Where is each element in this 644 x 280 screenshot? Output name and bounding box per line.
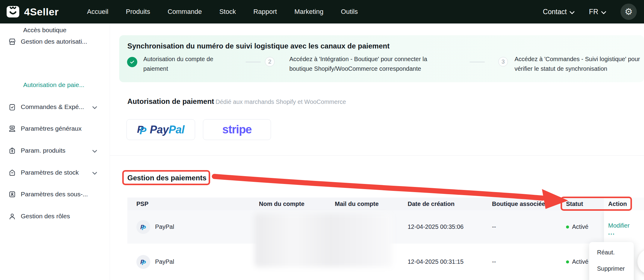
nav-item-commande[interactable]: Commande [168, 8, 202, 16]
chevron-down-icon [92, 169, 97, 176]
action-cell: Modifier ... [604, 210, 644, 244]
step-done-check-icon [127, 57, 137, 67]
step-connector [470, 62, 485, 62]
nav-item-outils[interactable]: Outils [341, 8, 358, 16]
nav-item-produits[interactable]: Produits [126, 8, 150, 16]
sidebar-item-parametres-generaux[interactable]: Paramètres généraux [0, 122, 110, 135]
col-psp: PSP [127, 201, 255, 207]
sidebar-item-parametres-sous-comptes[interactable]: Paramètres des sous-... [0, 188, 110, 201]
row-actions-menu: Réaut. Supprimer [589, 242, 634, 280]
step-connector [246, 62, 261, 62]
bag-upload-icon [8, 147, 16, 155]
psp-name: PayPal [155, 258, 174, 265]
sidebar-item-gestion-roles[interactable]: Gestion des rôles [0, 210, 110, 223]
step-2-text: Accédez à 'Intégration - Boutique' pour … [289, 54, 441, 73]
sidebar-item-parametres-stock[interactable]: Paramètres de stock [0, 166, 110, 179]
paypal-wordmark: PayPal [150, 123, 184, 136]
annotation-box-statut-action [561, 197, 632, 211]
nav-item-stock[interactable]: Stock [219, 8, 236, 16]
psp-cell: P P PayPal [127, 255, 255, 269]
step-3-number: 3 [498, 57, 508, 67]
chevron-down-icon [570, 8, 574, 16]
nav-item-marketing[interactable]: Marketing [294, 8, 324, 16]
settings-button[interactable]: ⚙ [621, 4, 637, 20]
clipboard-check-icon [8, 103, 16, 111]
step-3-text: Accédez à 'Commandes - Suivi logistique'… [515, 54, 641, 73]
brand-logo[interactable]: 4Seller [6, 4, 59, 19]
main-nav: Accueil Produits Commande Stock Rapport … [87, 8, 358, 16]
menu-item-reauth[interactable]: Réaut. [589, 245, 634, 260]
topbar: 4Seller Accueil Produits Commande Stock … [0, 0, 644, 23]
storefront-icon [8, 38, 16, 46]
main-content: Synchronisation du numéro de suivi logis… [110, 23, 644, 280]
paypal-mark-icon: P P [137, 123, 147, 137]
printer-icon [8, 125, 16, 133]
creation-date-cell: 12-04-2025 00:35:06 [403, 223, 488, 230]
boutique-cell: -- [488, 223, 562, 230]
status-cell: Activé [562, 223, 604, 230]
status-dot-icon [566, 226, 569, 229]
status-badge: Activé [572, 223, 588, 230]
modify-link[interactable]: Modifier [608, 222, 644, 229]
psp-name: PayPal [155, 223, 174, 230]
col-nom: Nom du compte [255, 201, 331, 207]
col-mail: Mail du compte [331, 201, 403, 207]
paypal-provider-button[interactable]: P P PayPal [126, 119, 195, 140]
col-boutique: Boutique associée [488, 201, 562, 207]
psp-cell: P P PayPal [127, 220, 255, 234]
nav-item-rapport[interactable]: Rapport [253, 8, 277, 16]
svg-text:P: P [140, 125, 147, 135]
annotation-box-title [122, 170, 210, 185]
payment-auth-subtitle: Dédié aux marchands Shopify et WooCommer… [216, 98, 346, 105]
gear-icon: ⚙ [625, 7, 633, 16]
language-label: FR [589, 8, 598, 16]
sidebar-item-commandes-expeditions[interactable]: Commandes & Expé... [0, 100, 110, 114]
sidebar: Gestion des autorisati... Accès boutique… [0, 23, 110, 280]
payment-auth-title: Autorisation de paiement [127, 97, 214, 106]
nav-item-accueil[interactable]: Accueil [87, 8, 108, 16]
stripe-wordmark: stripe [222, 123, 251, 136]
more-actions-button[interactable]: ... [608, 231, 644, 234]
menu-item-supprimer[interactable]: Supprimer [589, 261, 634, 276]
language-dropdown[interactable]: FR [589, 8, 606, 16]
status-badge: Activé [572, 258, 588, 265]
brand-bag-icon [6, 4, 20, 19]
contact-dropdown[interactable]: Contact [543, 8, 574, 16]
redacted-account-info [255, 213, 392, 267]
stock-box-icon [8, 169, 16, 177]
sync-banner: Synchronisation du numéro de suivi logis… [119, 35, 644, 82]
sidebar-item-acces-boutique[interactable]: Accès boutique [0, 23, 110, 37]
chevron-down-icon [92, 147, 97, 154]
step-1-text: Autorisation du compte de paiement [143, 54, 225, 73]
paypal-icon: P P [136, 255, 150, 269]
section-divider [110, 155, 644, 156]
stripe-provider-button[interactable]: stripe [203, 119, 271, 140]
contact-label: Contact [543, 8, 567, 16]
svg-text:P: P [142, 260, 146, 266]
paypal-icon: P P [136, 220, 150, 234]
svg-text:P: P [142, 225, 146, 231]
user-icon [8, 212, 16, 220]
boutique-cell: -- [488, 258, 562, 265]
brand-name: 4Seller [24, 6, 59, 18]
topbar-right: Contact FR ⚙ [543, 4, 637, 20]
creation-date-cell: 12-04-2025 00:31:15 [403, 258, 488, 265]
sidebar-item-param-produits[interactable]: Param. produits [0, 144, 110, 157]
chevron-down-icon [92, 103, 97, 110]
col-date: Date de création [403, 201, 488, 207]
id-card-icon [8, 190, 16, 198]
sidebar-item-autorisation-paiement[interactable]: Autorisation de paie... [0, 78, 110, 92]
sidebar-item-gestion-autorisations[interactable]: Gestion des autorisati... [0, 35, 110, 48]
step-2-number: 2 [265, 57, 275, 67]
chevron-down-icon [601, 8, 606, 16]
status-dot-icon [566, 260, 569, 263]
sync-banner-title: Synchronisation du numéro de suivi logis… [127, 42, 390, 50]
